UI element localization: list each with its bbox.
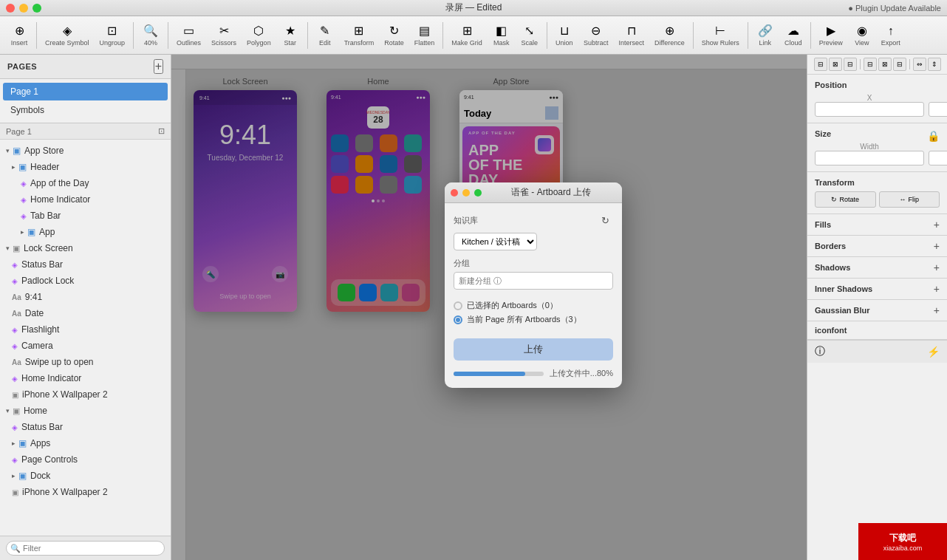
dialog-refresh-btn[interactable]: ↻ [597,212,613,228]
dialog-kb-section: 知识库 ↻ Kitchen / 设计稿 [454,212,613,250]
zoom-tool[interactable]: 🔍 40% [137,21,164,49]
dialog-kb-select[interactable]: Kitchen / 设计稿 [454,233,537,250]
layer-home-indicator-as[interactable]: ◈ Home Indicator [0,191,171,208]
union-tool[interactable]: ⊔ Union [551,21,578,49]
layer-941[interactable]: Aa 9:41 [0,289,171,305]
fills-add-icon[interactable]: + [934,219,940,231]
x-input[interactable] [815,102,924,117]
insert-tool[interactable]: ⊕ Insert [6,21,33,49]
lock-proportions-icon[interactable]: 🔒 [927,130,940,142]
ungroup-tool[interactable]: ⊡ Ungroup [95,21,130,49]
window-controls[interactable] [6,4,41,13]
subtract-tool[interactable]: ⊖ Subtract [579,21,613,49]
iconfont-section[interactable]: iconfont [807,321,947,340]
layer-dock[interactable]: ▸ ▣ Dock [0,468,171,484]
info-icon[interactable]: ⓘ [815,345,825,358]
minimize-button[interactable] [19,4,28,13]
fills-section[interactable]: Fills + [807,214,947,236]
dialog-upload-btn[interactable]: 上传 [454,338,613,361]
arrow-icon: ▸ [21,228,24,236]
search-input[interactable] [6,541,165,556]
preview-label: Preview [819,39,843,47]
borders-add-icon[interactable]: + [934,240,940,252]
dialog-group-input[interactable] [454,272,613,290]
shadows-section[interactable]: Shadows + [807,257,947,279]
layer-status-bar-h[interactable]: ◈ Status Bar [0,419,171,435]
layer-page-controls[interactable]: ◈ Page Controls [0,451,171,468]
page-item-page1[interactable]: Page 1 [3,83,168,100]
layer-app-of-day[interactable]: ◈ App of the Day [0,175,171,191]
create-symbol-tool[interactable]: ◈ Create Symbol [41,21,94,49]
shadows-add-icon[interactable]: + [934,262,940,273]
width-input[interactable] [815,151,924,165]
transform-tool[interactable]: ⊞ Transform [340,21,379,49]
y-input[interactable] [929,102,947,117]
intersect-tool[interactable]: ⊓ Intersect [614,21,649,49]
layer-wallpaper-h[interactable]: ▣ iPhone X Wallpaper 2 [0,484,171,500]
export-tool[interactable]: ↑ Export [877,21,905,49]
power-icon[interactable]: ⚡ [927,346,940,358]
inner-shadows-add-icon[interactable]: + [934,283,940,295]
layer-date[interactable]: Aa Date [0,305,171,321]
link-label: Link [759,39,772,47]
layer-padlock[interactable]: ◈ Padlock Lock [0,273,171,289]
scissors-tool[interactable]: ✂ Scissors [207,21,241,49]
flatten-icon: ▤ [419,24,430,38]
rotate-button[interactable]: ↻ Rotate [815,191,876,208]
add-page-button[interactable]: + [154,59,163,74]
mask-tool[interactable]: ◧ Mask [488,21,515,49]
cloud-tool[interactable]: ☁ Cloud [780,21,807,49]
maximize-button[interactable] [33,4,41,13]
edit-tool[interactable]: ✎ Edit [312,21,338,49]
outlines-tool[interactable]: ▭ Outlines [172,21,205,49]
canvas[interactable]: Lock Screen 9:41 ●●● 9:41 Tuesday, Decem… [171,55,807,560]
rotate-tool[interactable]: ↻ Rotate [380,21,408,49]
difference-tool[interactable]: ⊕ Difference [650,21,689,49]
align-left-btn[interactable]: ⊟ [814,58,827,71]
radio-1[interactable] [454,301,462,310]
layer-home[interactable]: ▾ ▣ Home [0,403,171,419]
page-item-symbols[interactable]: Symbols [3,101,168,119]
make-grid-tool[interactable]: ⊞ Make Grid [447,21,487,49]
distribute-h-btn[interactable]: ⇔ [913,58,926,71]
align-right-btn[interactable]: ⊟ [844,58,857,71]
layer-status-bar-ls[interactable]: ◈ Status Bar [0,256,171,273]
distribute-v-btn[interactable]: ⇕ [928,58,941,71]
layer-tab-bar[interactable]: ◈ Tab Bar [0,208,171,224]
polygon-tool[interactable]: ⬡ Polygon [242,21,276,49]
align-center-btn[interactable]: ⊠ [829,58,842,71]
dialog-min-btn[interactable] [462,189,470,197]
star-tool[interactable]: ★ Star [277,21,304,49]
layer-flashlight[interactable]: ◈ Flashlight [0,321,171,338]
flip-button[interactable]: ↔ Flip [879,191,940,208]
layer-home-indicator-ls[interactable]: ◈ Home Indicator [0,370,171,386]
inner-shadows-section[interactable]: Inner Shadows + [807,279,947,300]
scale-tool[interactable]: ⤡ Scale [516,21,543,49]
radio-2[interactable] [454,315,462,324]
layer-wallpaper[interactable]: ▣ iPhone X Wallpaper 2 [0,386,171,403]
borders-section[interactable]: Borders + [807,236,947,257]
close-button[interactable] [6,4,15,13]
ungroup-label: Ungroup [100,39,126,47]
layer-camera[interactable]: ◈ Camera [0,338,171,354]
view-tool[interactable]: ◉ View [849,21,875,49]
layer-app-store[interactable]: ▾ ▣ App Store [0,143,171,159]
flatten-tool[interactable]: ▤ Flatten [410,21,440,49]
align-bottom-btn[interactable]: ⊟ [893,58,906,71]
dialog-max-btn[interactable] [474,189,482,197]
preview-tool[interactable]: ▶ Preview [815,21,847,49]
dialog-close-btn[interactable] [451,189,458,197]
gaussian-blur-section[interactable]: Gaussian Blur + [807,300,947,321]
align-middle-btn[interactable]: ⊠ [878,58,892,71]
align-top-btn[interactable]: ⊟ [864,58,877,71]
layer-app[interactable]: ▸ ▣ App [0,224,171,240]
show-rulers-tool[interactable]: ⊢ Show Rulers [697,21,744,49]
dialog-overlay[interactable]: 语雀 - Artboard 上传 知识库 ↻ Kitchen / 设计稿 [171,55,807,560]
layer-apps[interactable]: ▸ ▣ Apps [0,435,171,451]
layer-lock-screen[interactable]: ▾ ▣ Lock Screen [0,240,171,256]
layer-header[interactable]: ▸ ▣ Header [0,159,171,175]
link-tool[interactable]: 🔗 Link [752,21,779,49]
layer-swipe-up[interactable]: Aa Swipe up to open [0,354,171,370]
height-input[interactable] [929,151,947,165]
gaussian-blur-add-icon[interactable]: + [934,304,940,316]
